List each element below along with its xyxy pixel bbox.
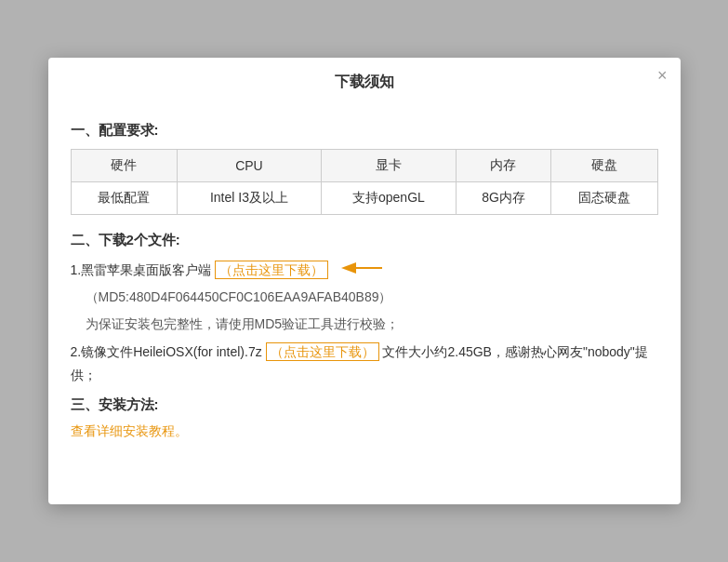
arrow-icon bbox=[332, 262, 391, 277]
section2-content: 1.黑雷苹果桌面版客户端 （点击这里下载） （MD5:480D4F064450C… bbox=[71, 259, 658, 387]
col-header-memory: 内存 bbox=[457, 150, 551, 182]
cell-gpu-value: 支持openGL bbox=[321, 182, 457, 215]
item2-download-link[interactable]: （点击这里下载） bbox=[266, 342, 379, 361]
section3-title: 三、安装方法: bbox=[71, 396, 658, 414]
item2-prefix-text: 2.镜像文件HeileiOSX(for intel).7z bbox=[71, 344, 266, 359]
item1-download-link[interactable]: （点击这里下载） bbox=[215, 261, 328, 279]
table-header-row: 硬件 CPU 显卡 内存 硬盘 bbox=[71, 150, 657, 182]
item1-md5: （MD5:480D4F064450CF0C106EAA9AFAB40B89） bbox=[86, 286, 658, 309]
cell-cpu-value: Intel I3及以上 bbox=[178, 182, 321, 215]
col-header-disk: 硬盘 bbox=[550, 150, 657, 182]
col-header-gpu: 显卡 bbox=[321, 150, 457, 182]
item1-line: 1.黑雷苹果桌面版客户端 （点击这里下载） bbox=[71, 259, 658, 282]
close-button[interactable]: × bbox=[657, 67, 668, 84]
cell-disk-value: 固态硬盘 bbox=[550, 182, 657, 215]
dialog: 下载须知 × 一、配置要求: 硬件 CPU 显卡 内存 硬盘 最低配置 Inte… bbox=[48, 58, 681, 504]
cell-config-level: 最低配置 bbox=[71, 182, 178, 215]
item2-line: 2.镜像文件HeileiOSX(for intel).7z （点击这里下载） 文… bbox=[71, 341, 658, 387]
col-header-cpu: CPU bbox=[178, 150, 321, 182]
dialog-body: 一、配置要求: 硬件 CPU 显卡 内存 硬盘 最低配置 Intel I3及以上… bbox=[48, 103, 681, 462]
cell-memory-value: 8G内存 bbox=[457, 182, 551, 215]
section1-title: 一、配置要求: bbox=[71, 122, 658, 140]
section3: 三、安装方法: 查看详细安装教程。 bbox=[71, 396, 658, 440]
item1-note: 为保证安装包完整性，请使用MD5验证工具进行校验； bbox=[86, 313, 658, 336]
table-row: 最低配置 Intel I3及以上 支持openGL 8G内存 固态硬盘 bbox=[71, 182, 657, 215]
dialog-title: 下载须知 bbox=[48, 58, 681, 103]
install-tutorial-link[interactable]: 查看详细安装教程。 bbox=[71, 423, 188, 438]
col-header-hardware: 硬件 bbox=[71, 150, 178, 182]
section2-title: 二、下载2个文件: bbox=[71, 232, 658, 249]
item1-prefix-text: 1.黑雷苹果桌面版客户端 bbox=[71, 262, 216, 277]
config-table: 硬件 CPU 显卡 内存 硬盘 最低配置 Intel I3及以上 支持openG… bbox=[71, 149, 658, 215]
